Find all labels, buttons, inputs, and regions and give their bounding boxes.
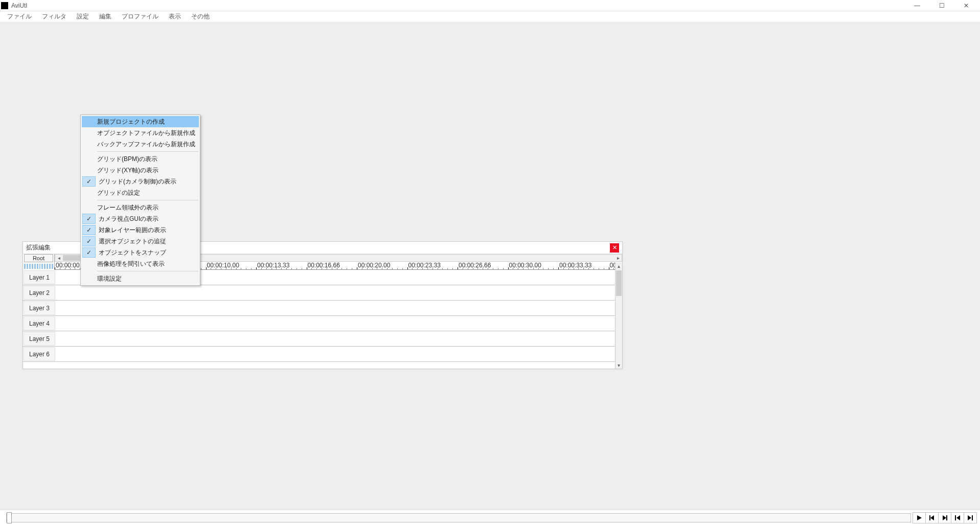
scroll-left-icon[interactable]: ◂ (55, 255, 62, 261)
layer-label[interactable]: Layer 3 (24, 301, 55, 315)
zoom-bar[interactable] (23, 262, 54, 270)
context-menu-item[interactable]: 新規プロジェクトの作成 (82, 116, 199, 127)
menu-view[interactable]: 表示 (164, 11, 186, 22)
play-button[interactable] (913, 512, 926, 523)
ruler-timecode: 00:00:16.66 (308, 262, 340, 269)
context-menu-item[interactable]: ✓グリッド(カメラ制御)の表示 (82, 176, 199, 187)
timeline-close-button[interactable]: ✕ (610, 243, 619, 253)
context-menu-item[interactable]: ✓対象レイヤー範囲の表示 (82, 224, 199, 236)
menu-file[interactable]: ファイル (2, 11, 37, 22)
app-icon (1, 2, 8, 9)
layer-row: Layer 4 (23, 316, 622, 331)
scroll-down-icon[interactable]: ▾ (616, 361, 622, 369)
window-controls: — ☐ ✕ (909, 0, 979, 11)
context-menu-item[interactable]: バックアップファイルから新規作成 (82, 139, 199, 150)
layer-label[interactable]: Layer 6 (24, 347, 55, 361)
checkmark-icon: ✓ (82, 214, 96, 224)
layer-row: Layer 3 (23, 301, 622, 316)
svg-rect-2 (929, 515, 930, 520)
context-menu-item[interactable]: 画像処理を間引いて表示 (82, 258, 199, 269)
layer-track[interactable] (56, 331, 622, 346)
context-menu-label: グリッド(XY軸)の表示 (95, 166, 158, 175)
layer-track[interactable] (56, 347, 622, 361)
context-menu-item[interactable]: 環境設定 (82, 273, 199, 284)
step-back-button[interactable] (925, 512, 939, 523)
layer-label[interactable]: Layer 4 (24, 316, 55, 330)
go-end-icon (967, 514, 974, 521)
layer-row: Layer 5 (23, 331, 622, 347)
ruler-timecode: 00:00:20.00 (358, 262, 390, 269)
context-menu-label: オブジェクトをスナップ (97, 248, 166, 257)
layer-row: Layer 2 (23, 285, 622, 301)
menu-bar: ファイル フィルタ 設定 編集 プロファイル 表示 その他 (0, 11, 980, 22)
context-menu-label: 画像処理を間引いて表示 (95, 260, 165, 268)
root-button[interactable]: Root (24, 254, 53, 262)
svg-marker-6 (956, 515, 960, 520)
context-menu-item[interactable]: ✓選択オブジェクトの追従 (82, 236, 199, 247)
context-menu-label: 対象レイヤー範囲の表示 (97, 226, 166, 235)
context-menu-item[interactable]: フレーム領域外の表示 (82, 202, 199, 213)
context-menu-item[interactable]: オブジェクトファイルから新規作成 (82, 127, 199, 139)
layer-label[interactable]: Layer 2 (24, 286, 55, 300)
main-area: 拡張編集 ✕ Root ◂ ▸ 00:00:00 (0, 22, 980, 510)
context-menu-item[interactable]: グリッドの設定 (82, 187, 199, 198)
timeline-layer-column-header: Root (23, 254, 55, 270)
ruler-timecode: 00:00:33.33 (559, 262, 591, 269)
menu-profile[interactable]: プロファイル (117, 11, 164, 22)
menu-filter[interactable]: フィルタ (37, 11, 72, 22)
go-start-icon (954, 514, 961, 521)
context-menu-separator (97, 200, 198, 200)
context-menu-item[interactable]: ✓オブジェクトをスナップ (82, 247, 199, 258)
layer-track[interactable] (56, 285, 622, 300)
ruler-timecode: 00:00:10.00 (207, 262, 239, 269)
maximize-button[interactable]: ☐ (934, 0, 949, 11)
timeline-vertical-scrollbar[interactable]: ▴ ▾ (615, 262, 622, 369)
svg-marker-0 (917, 515, 922, 520)
context-menu-item[interactable]: グリッド(XY軸)の表示 (82, 165, 199, 176)
timeline-title: 拡張編集 (26, 243, 51, 252)
title-bar: AviUtl — ☐ ✕ (0, 0, 980, 11)
context-menu-label: オブジェクトファイルから新規作成 (95, 129, 195, 138)
seek-bar[interactable] (6, 513, 911, 522)
go-end-button[interactable] (964, 512, 977, 523)
playback-controls (913, 512, 980, 523)
scroll-right-icon[interactable]: ▸ (614, 255, 622, 261)
svg-marker-7 (968, 515, 971, 520)
menu-edit[interactable]: 編集 (94, 11, 117, 22)
context-menu-label: カメラ視点GUIの表示 (97, 215, 158, 223)
context-menu-label: グリッドの設定 (95, 189, 140, 197)
layer-label[interactable]: Layer 5 (24, 332, 55, 346)
context-menu-label: グリッド(BPM)の表示 (95, 155, 157, 164)
playback-bar (0, 510, 980, 525)
layer-track[interactable] (56, 316, 622, 331)
svg-rect-8 (972, 515, 973, 520)
context-menu-label: 環境設定 (95, 275, 122, 283)
ruler-timecode: 00:00:26.66 (459, 262, 491, 269)
checkmark-icon: ✓ (82, 247, 96, 258)
svg-rect-4 (946, 515, 947, 520)
step-back-icon (928, 514, 936, 521)
svg-marker-1 (930, 515, 934, 520)
scroll-up-icon[interactable]: ▴ (616, 262, 622, 269)
context-menu-item[interactable]: ✓カメラ視点GUIの表示 (82, 213, 199, 224)
menu-other[interactable]: その他 (186, 11, 215, 22)
context-menu-label: グリッド(カメラ制御)の表示 (97, 177, 176, 186)
checkmark-icon: ✓ (82, 236, 96, 246)
context-menu-label: 選択オブジェクトの追従 (97, 237, 166, 246)
go-start-button[interactable] (951, 512, 964, 523)
scroll-v-thumb[interactable] (616, 270, 622, 296)
context-menu-separator (97, 151, 198, 152)
layer-track[interactable] (56, 301, 622, 315)
step-forward-button[interactable] (938, 512, 951, 523)
step-forward-icon (941, 514, 948, 521)
context-menu-item[interactable]: グリッド(BPM)の表示 (82, 153, 199, 165)
play-icon (916, 514, 923, 521)
checkmark-icon: ✓ (82, 176, 96, 187)
close-button[interactable]: ✕ (959, 0, 974, 11)
minimize-button[interactable]: — (909, 0, 925, 11)
menu-settings[interactable]: 設定 (72, 11, 94, 22)
timeline-context-menu: 新規プロジェクトの作成オブジェクトファイルから新規作成バックアップファイルから新… (80, 115, 200, 286)
seek-thumb[interactable] (7, 512, 12, 523)
ruler-timecode: 00:00:13.33 (257, 262, 289, 269)
layer-label[interactable]: Layer 1 (24, 270, 55, 284)
